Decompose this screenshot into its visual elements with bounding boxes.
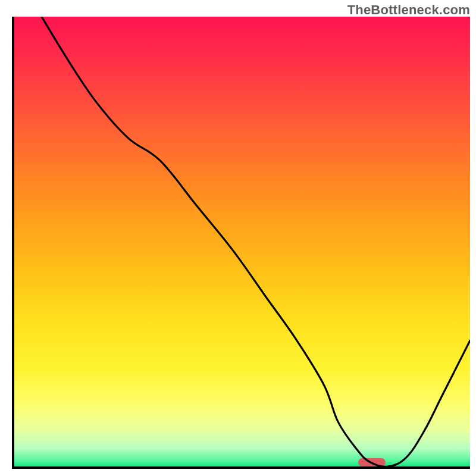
curve-svg bbox=[14, 17, 470, 466]
chart-stage: TheBottleneck.com bbox=[0, 0, 476, 476]
plot-area bbox=[12, 17, 470, 469]
watermark-text: TheBottleneck.com bbox=[347, 2, 470, 18]
bottleneck-curve-path bbox=[42, 17, 470, 466]
